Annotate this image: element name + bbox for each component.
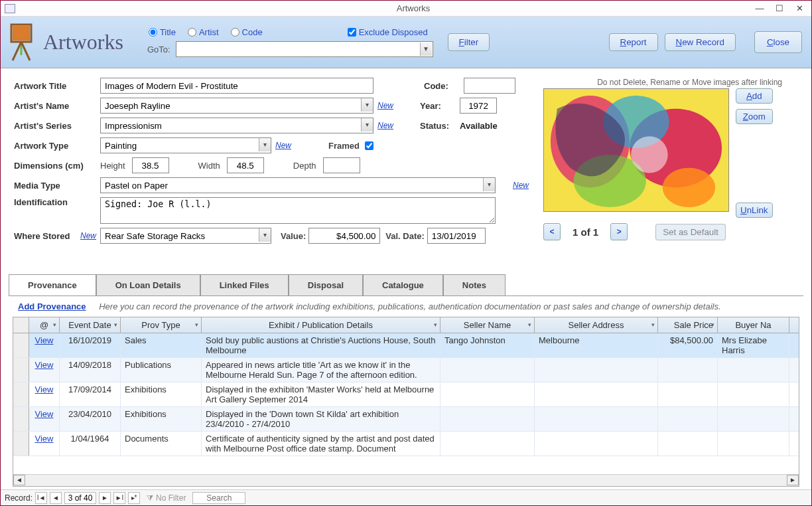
unlink-image-button[interactable]: UnLink bbox=[736, 203, 773, 218]
row-selector[interactable] bbox=[13, 333, 29, 357]
record-navigator: Record: I◄ ◄ ► ►I ▸* ⧩No Filter bbox=[1, 489, 811, 505]
table-row[interactable]: View14/09/2018PublicationsAppeared in ne… bbox=[13, 358, 799, 382]
radio-artist[interactable]: Artist bbox=[188, 27, 219, 37]
goto-label: GoTo: bbox=[147, 44, 170, 54]
view-link[interactable]: View bbox=[35, 360, 54, 370]
framed-checkbox[interactable] bbox=[365, 141, 373, 150]
col-event-date[interactable]: Event Date▾ bbox=[60, 317, 121, 333]
grid-hscroll[interactable]: ◄ ► bbox=[13, 474, 799, 486]
artwork-type-combo[interactable] bbox=[100, 137, 271, 153]
new-storage-link[interactable]: New bbox=[80, 231, 96, 240]
record-search-input[interactable] bbox=[192, 492, 245, 504]
image-warning: Do not Delete, Rename or Move images aft… bbox=[543, 78, 782, 87]
view-link[interactable]: View bbox=[35, 335, 54, 345]
where-stored-combo[interactable] bbox=[100, 228, 271, 244]
add-image-button[interactable]: Add bbox=[736, 88, 773, 104]
label-where-stored: Where Stored bbox=[14, 231, 80, 241]
chevron-down-icon[interactable]: ▾ bbox=[259, 228, 271, 242]
row-selector[interactable] bbox=[13, 358, 29, 382]
artist-series-combo[interactable] bbox=[100, 118, 373, 133]
filter-button[interactable]: Filter bbox=[448, 33, 490, 51]
nav-new-button[interactable]: ▸* bbox=[128, 492, 140, 504]
artwork-title-input[interactable] bbox=[100, 78, 373, 94]
table-row[interactable]: View1/04/1964DocumentsCertificate of aut… bbox=[13, 432, 799, 456]
chevron-down-icon[interactable]: ▾ bbox=[361, 118, 373, 131]
radio-code[interactable]: Code bbox=[231, 27, 263, 37]
code-input[interactable] bbox=[464, 78, 515, 94]
report-button[interactable]: Report bbox=[609, 33, 658, 51]
chevron-down-icon[interactable]: ▾ bbox=[361, 98, 373, 112]
col-prov-type[interactable]: Prov Type▾ bbox=[121, 317, 202, 333]
prev-image-button[interactable]: < bbox=[543, 223, 561, 240]
status-value: Available bbox=[460, 121, 498, 131]
zoom-image-button[interactable]: Zoom bbox=[736, 109, 773, 124]
label-artwork-type: Artwork Type bbox=[14, 141, 100, 151]
year-input[interactable] bbox=[460, 98, 497, 114]
nav-next-button[interactable]: ► bbox=[99, 492, 111, 504]
next-image-button[interactable]: > bbox=[610, 223, 628, 240]
artist-name-combo[interactable] bbox=[100, 98, 373, 114]
maximize-button[interactable]: ☐ bbox=[773, 3, 786, 15]
row-selector[interactable] bbox=[13, 432, 29, 456]
nav-first-button[interactable]: I◄ bbox=[35, 492, 47, 504]
media-type-combo[interactable] bbox=[100, 177, 496, 193]
table-row[interactable]: View23/04/2010ExhibitionsDisplayed in th… bbox=[13, 407, 799, 432]
new-media-link[interactable]: New bbox=[513, 181, 529, 190]
record-position-input[interactable] bbox=[64, 492, 96, 504]
col-sale-price[interactable]: Sale Price▾ bbox=[658, 317, 718, 333]
col-seller-addr[interactable]: Seller Address▾ bbox=[535, 317, 658, 333]
chevron-down-icon[interactable]: ▾ bbox=[259, 138, 271, 151]
col-buyer-name[interactable]: Buyer Na bbox=[718, 317, 789, 333]
close-window-button[interactable]: ✕ bbox=[793, 3, 806, 15]
set-default-button[interactable]: Set as Default bbox=[655, 224, 726, 240]
col-detail[interactable]: Exhibit / Publication Details▾ bbox=[202, 317, 440, 333]
scroll-left-icon[interactable]: ◄ bbox=[13, 475, 25, 485]
height-input[interactable] bbox=[132, 157, 169, 173]
tab-linked-files[interactable]: Linked Files bbox=[200, 274, 289, 295]
col-selector[interactable] bbox=[13, 317, 29, 333]
label-val-date: Val. Date: bbox=[385, 231, 425, 241]
col-at[interactable]: @▾ bbox=[29, 317, 60, 333]
easel-icon bbox=[7, 23, 35, 62]
scroll-right-icon[interactable]: ► bbox=[787, 475, 799, 485]
add-provenance-link[interactable]: Add Provenance bbox=[18, 301, 86, 311]
view-link[interactable]: View bbox=[35, 384, 54, 394]
tab-on-loan[interactable]: On Loan Details bbox=[96, 274, 200, 295]
new-series-link[interactable]: New bbox=[377, 121, 393, 130]
minimize-button[interactable]: — bbox=[753, 3, 766, 15]
label-value: Value: bbox=[281, 231, 306, 241]
tab-disposal[interactable]: Disposal bbox=[289, 274, 363, 295]
close-button[interactable]: Close bbox=[754, 31, 802, 53]
nav-last-button[interactable]: ►I bbox=[113, 492, 125, 504]
width-input[interactable] bbox=[227, 157, 264, 173]
header-title: Artworks bbox=[43, 30, 123, 54]
table-row[interactable]: View16/10/2019SalesSold buy public austi… bbox=[13, 333, 799, 358]
label-artist-series: Artist's Series bbox=[14, 121, 100, 131]
exclude-disposed-checkbox[interactable]: Exclude Disposed bbox=[348, 27, 428, 37]
new-type-link[interactable]: New bbox=[275, 141, 291, 150]
new-artist-link[interactable]: New bbox=[377, 101, 393, 110]
table-row[interactable]: View17/09/2014ExhibitionsDisplayed in th… bbox=[13, 382, 799, 407]
artwork-thumbnail[interactable] bbox=[543, 88, 729, 212]
tab-notes[interactable]: Notes bbox=[443, 274, 506, 295]
label-identification: Identification bbox=[14, 197, 100, 207]
chevron-down-icon[interactable]: ▼ bbox=[420, 42, 432, 56]
identification-input[interactable]: Signed: Joe R (l.l.) bbox=[100, 197, 496, 224]
radio-title[interactable]: Title bbox=[149, 27, 176, 37]
filter-icon: ⧩ bbox=[147, 493, 153, 503]
val-date-input[interactable] bbox=[427, 228, 486, 244]
nav-prev-button[interactable]: ◄ bbox=[50, 492, 62, 504]
goto-combo[interactable]: ▼ bbox=[176, 41, 433, 57]
chevron-down-icon[interactable]: ▾ bbox=[483, 178, 495, 191]
row-selector[interactable] bbox=[13, 407, 29, 431]
view-link[interactable]: View bbox=[35, 434, 54, 444]
value-input[interactable] bbox=[308, 228, 380, 244]
row-selector[interactable] bbox=[13, 382, 29, 406]
view-link[interactable]: View bbox=[35, 409, 54, 419]
new-record-button[interactable]: New Record bbox=[665, 33, 736, 51]
no-filter-indicator: ⧩No Filter bbox=[147, 493, 186, 503]
col-seller-name[interactable]: Seller Name▾ bbox=[440, 317, 535, 333]
tab-provenance[interactable]: Provenance bbox=[9, 274, 96, 295]
tab-catalogue[interactable]: Catalogue bbox=[363, 274, 443, 295]
depth-input[interactable] bbox=[323, 157, 360, 173]
